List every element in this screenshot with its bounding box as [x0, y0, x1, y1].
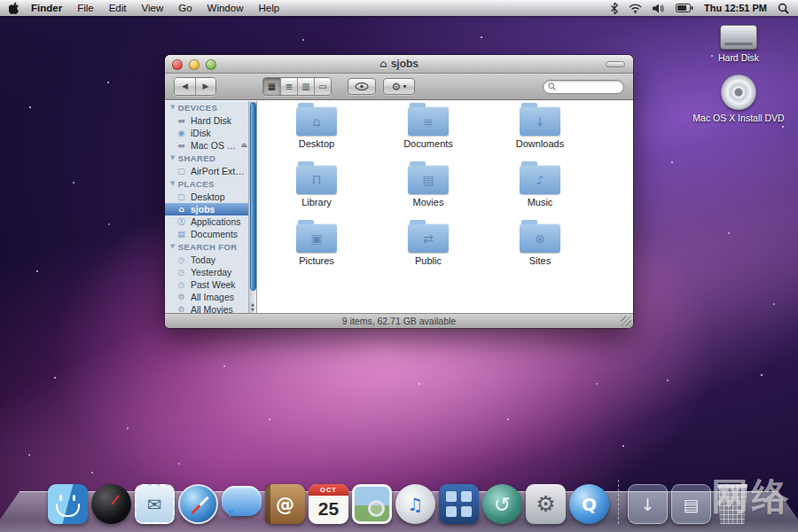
- quick-look-button[interactable]: [348, 78, 376, 95]
- battery-icon[interactable]: [676, 4, 693, 12]
- sidebar-item-all-movies[interactable]: ⚙ All Movies: [165, 303, 256, 313]
- gear-icon: ⚙: [536, 491, 555, 517]
- zoom-button[interactable]: [206, 59, 216, 70]
- folder-item-music[interactable]: ♪ Music: [484, 165, 596, 223]
- dock-ical[interactable]: OCT 25: [309, 484, 348, 524]
- sidebar-item-hard-disk[interactable]: ▬ Hard Disk: [165, 114, 256, 127]
- folder-item-sites[interactable]: ⊛ Sites: [484, 223, 596, 282]
- music-note-icon: ♫: [408, 494, 424, 515]
- dock-itunes[interactable]: ♫: [395, 484, 435, 524]
- sidebar-section-devices[interactable]: ▼ DEVICES: [165, 101, 256, 114]
- column-view-button[interactable]: ▥: [297, 78, 314, 95]
- menu-bar-clock[interactable]: Thu 12:51 PM: [704, 3, 767, 13]
- menu-finder[interactable]: Finder: [31, 3, 62, 13]
- search-field[interactable]: [543, 80, 624, 94]
- chat-bubble-icon: [222, 486, 262, 516]
- sidebar-item-label: Desktop: [191, 191, 225, 203]
- dock-documents-stack[interactable]: ▤: [671, 484, 711, 524]
- finder-window: ⌂ sjobs ◀ ▶ ▦ ≣ ▥ ▭ ⚙ ▾ ▼: [165, 55, 633, 328]
- sidebar-item-sjobs[interactable]: ⌂ sjobs: [165, 203, 256, 215]
- sidebar-item-desktop[interactable]: ▢ Desktop: [165, 191, 256, 203]
- menu-help[interactable]: Help: [258, 3, 279, 13]
- dock-safari[interactable]: [178, 484, 218, 524]
- sidebar-section-places[interactable]: ▼ PLACES: [165, 177, 256, 191]
- folder-glyph: ⊛: [535, 231, 545, 246]
- dock-mail[interactable]: ✉: [135, 484, 175, 524]
- resize-grip[interactable]: [621, 316, 631, 326]
- window-controls: [172, 59, 216, 70]
- menu-go[interactable]: Go: [178, 3, 192, 13]
- dock-ichat[interactable]: [222, 484, 262, 524]
- folder-item-desktop[interactable]: ⌂ Desktop: [261, 106, 372, 165]
- bluetooth-icon[interactable]: [611, 3, 618, 14]
- desktop-icon-install-dvd[interactable]: Mac OS X Install DVD: [690, 74, 787, 123]
- scrollbar-arrows[interactable]: ▲▼: [249, 301, 256, 312]
- eject-icon[interactable]: ⏏: [240, 139, 247, 152]
- title-bar[interactable]: ⌂ sjobs: [165, 55, 633, 74]
- sidebar-item-applications[interactable]: Ⓐ Applications: [165, 215, 256, 228]
- volume-icon[interactable]: [653, 4, 665, 13]
- folder-item-documents[interactable]: ≡ Documents: [372, 106, 484, 165]
- folder-icon: ≡: [408, 106, 449, 136]
- menu-view[interactable]: View: [142, 3, 164, 13]
- scrollbar-thumb[interactable]: [250, 102, 256, 291]
- dock-system-preferences[interactable]: ⚙: [526, 484, 566, 524]
- sidebar-item-airport-extreme[interactable]: ▢ AirPort Extreme: [165, 165, 256, 177]
- search-icon: [548, 82, 556, 90]
- toolbar-toggle-button[interactable]: [606, 61, 625, 67]
- sidebar-item-label: iDisk: [191, 127, 211, 139]
- disclosure-triangle-icon[interactable]: ▼: [170, 152, 176, 165]
- sidebar-section-shared[interactable]: ▼ SHARED: [165, 152, 256, 165]
- hard-disk-icon: ▬: [176, 114, 187, 127]
- folder-label: Public: [415, 255, 442, 266]
- folder-item-public[interactable]: ⇄ Public: [372, 223, 484, 282]
- menu-window[interactable]: Window: [207, 3, 244, 13]
- spotlight-icon[interactable]: [778, 3, 789, 14]
- apple-menu[interactable]: [9, 2, 19, 14]
- folder-item-downloads[interactable]: ↓ Downloads: [484, 106, 596, 165]
- action-menu-button[interactable]: ⚙ ▾: [383, 78, 415, 95]
- icon-view-button[interactable]: ▦: [263, 78, 280, 95]
- home-icon: ⌂: [176, 203, 187, 215]
- sidebar-item-all-images[interactable]: ⚙ All Images: [165, 291, 256, 303]
- close-button[interactable]: [172, 59, 183, 70]
- sidebar-item-idisk[interactable]: ◉ iDisk: [165, 127, 256, 139]
- folder-item-pictures[interactable]: ▣ Pictures: [261, 223, 372, 282]
- minimize-button[interactable]: [189, 59, 200, 70]
- dock-time-machine[interactable]: ↺: [482, 484, 522, 524]
- sidebar-item-past-week[interactable]: ◷ Past Week: [165, 278, 256, 291]
- dock-downloads-stack[interactable]: ↓: [628, 484, 668, 524]
- dock-address-book[interactable]: @: [265, 484, 305, 524]
- dock-dashboard[interactable]: [91, 484, 131, 524]
- sidebar-item-today[interactable]: ◷ Today: [165, 254, 256, 266]
- disclosure-triangle-icon[interactable]: ▼: [170, 177, 176, 191]
- section-title: DEVICES: [178, 101, 218, 114]
- dock-finder[interactable]: [48, 484, 88, 524]
- folder-item-movies[interactable]: ▤ Movies: [372, 165, 484, 223]
- coverflow-view-button[interactable]: ▭: [314, 78, 331, 95]
- sidebar-item-documents[interactable]: ▤ Documents: [165, 228, 256, 240]
- menu-file[interactable]: File: [77, 3, 94, 13]
- search-input[interactable]: [559, 82, 619, 91]
- folder-icon: ▣: [296, 223, 337, 253]
- sidebar-section-search-for[interactable]: ▼ SEARCH FOR: [165, 240, 256, 254]
- dock-spaces[interactable]: [439, 484, 479, 524]
- forward-button[interactable]: ▶: [195, 78, 215, 95]
- back-button[interactable]: ◀: [175, 78, 195, 95]
- dock-quicktime[interactable]: Q: [569, 484, 609, 524]
- desktop-icon-hard-disk[interactable]: Hard Disk: [690, 25, 787, 63]
- menu-edit[interactable]: Edit: [109, 3, 127, 13]
- smart-folder-icon: ⚙: [176, 303, 187, 313]
- at-sign-icon: @: [276, 494, 294, 515]
- list-view-button[interactable]: ≣: [280, 78, 297, 95]
- disclosure-triangle-icon[interactable]: ▼: [170, 240, 176, 254]
- dock-preview[interactable]: [352, 484, 392, 524]
- sidebar-item-yesterday[interactable]: ◷ Yesterday: [165, 266, 256, 278]
- disclosure-triangle-icon[interactable]: ▼: [170, 101, 176, 114]
- folder-item-library[interactable]: Π Library: [261, 165, 372, 223]
- sidebar-scrollbar[interactable]: ▲▼: [248, 101, 256, 313]
- wifi-icon[interactable]: [629, 4, 642, 13]
- sidebar-item-macosx-disk[interactable]: ▬ Mac OS X I... ⏏: [165, 139, 256, 152]
- folder-label: Pictures: [299, 255, 334, 266]
- smart-folder-icon: ⚙: [176, 291, 187, 303]
